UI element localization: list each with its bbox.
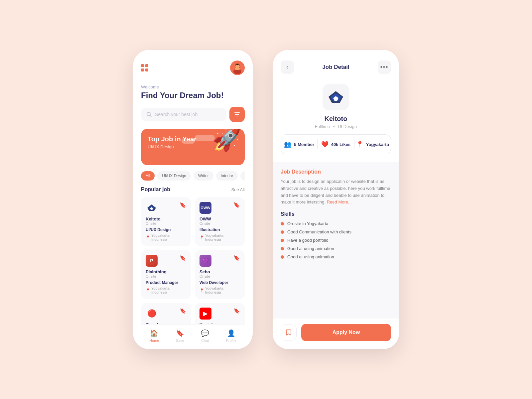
company-section: Keitoto Fulltime • UI Design 👥 5 Member …: [273, 80, 399, 162]
job-company-name: Sebo: [200, 269, 240, 274]
right-phone-header: ‹ Job Detail •••: [273, 50, 399, 80]
search-bar: Search your best job: [141, 107, 245, 122]
chat-icon: 💬: [201, 329, 209, 337]
job-card-keitoto[interactable]: 🔖 Keitoto Onsite UI/UX Design 📍Yogyakart…: [141, 197, 191, 246]
avatar[interactable]: [230, 61, 245, 75]
job-type: Onsite: [200, 274, 240, 278]
job-card-google[interactable]: 🔴 🔖 Google Onsite Software Engineer 📍Yog…: [141, 303, 191, 324]
left-phone-header: [141, 61, 245, 75]
job-title: UI/UX Design: [146, 227, 186, 232]
job-description-text: Your job is to design an applicatin or w…: [281, 178, 391, 206]
members-icon: 👥: [284, 141, 291, 148]
category-writer[interactable]: Writer: [194, 171, 213, 181]
skill-text: On-site in Yogyakarta: [287, 221, 329, 226]
company-meta: Fulltime • UI Design: [315, 124, 357, 129]
skill-item: Good Communication with clients: [281, 229, 391, 234]
job-card-plainthing[interactable]: P 🔖 Plainthing Onsite Product Manager 📍Y…: [141, 250, 191, 299]
skills-title: Skills: [281, 211, 391, 217]
menu-grid-icon[interactable]: [141, 64, 148, 71]
skill-text: Good at using animation: [287, 254, 334, 259]
page-title: Job Detail: [322, 64, 349, 70]
job-location: 📍Yogyakarta, Indonesia: [146, 286, 186, 294]
see-all-link[interactable]: See All: [231, 187, 245, 192]
nav-home[interactable]: 🏠 Home: [149, 329, 159, 342]
stats-row: 👥 5 Member ❤️ 40k Likes 📍 Yogyakarta: [281, 134, 391, 154]
job-grid: 🔖 Keitoto Onsite UI/UX Design 📍Yogyakart…: [141, 197, 245, 324]
youtube-logo: ▶: [200, 308, 211, 320]
bookmark-sebo[interactable]: 🔖: [233, 255, 240, 261]
google-logo: 🔴: [146, 308, 158, 320]
category-webdesign[interactable]: Web Design: [240, 171, 245, 181]
skill-dot: [281, 255, 284, 259]
phones-container: Welcome Find Your Dream Job! Search your…: [133, 50, 399, 349]
job-company-name: Plainthing: [146, 269, 186, 274]
right-phone-bottom: Apply Now: [273, 319, 399, 349]
phone-left: Welcome Find Your Dream Job! Search your…: [133, 50, 253, 349]
stat-likes-text: 40k Likes: [331, 142, 351, 147]
plainthing-logo: P: [146, 255, 158, 267]
svg-rect-3: [235, 67, 240, 70]
search-icon: [146, 112, 152, 117]
stat-members: 👥 5 Member: [281, 141, 317, 148]
job-location: 📍Yogyakarta, Indonesia: [200, 286, 240, 294]
skill-item: Good at using animation: [281, 246, 391, 251]
job-type: Onsite: [146, 274, 186, 278]
job-company-name: Youtube: [200, 322, 240, 324]
apply-button[interactable]: Apply Now: [301, 324, 391, 341]
job-description-title: Job Description: [281, 169, 391, 175]
bookmark-plainthing[interactable]: 🔖: [180, 255, 186, 261]
skill-item: On-site in Yogyakarta: [281, 221, 391, 226]
welcome-label: Welcome: [141, 84, 245, 89]
job-title: Product Manager: [146, 280, 186, 285]
banner-illustration: 🚀: [212, 129, 241, 153]
read-more-link[interactable]: Reed More...: [327, 200, 352, 204]
job-location: 📍Yogyakarta, Indonesia: [200, 233, 240, 241]
skill-dot: [281, 239, 284, 242]
job-card-oww[interactable]: OWW 🔖 OWW Onsite Illustration 📍Yogyakart…: [195, 197, 245, 246]
oww-logo: OWW: [200, 202, 211, 214]
location-icon: 📍: [356, 141, 363, 148]
popular-job-title: Popular job: [141, 187, 170, 193]
nav-chat[interactable]: 💬 Chat: [201, 329, 209, 342]
stat-likes: ❤️ 40k Likes: [318, 141, 354, 148]
skill-text: Good Communication with clients: [287, 229, 351, 234]
job-type: Onsite: [200, 221, 240, 225]
category-all[interactable]: All: [141, 171, 155, 181]
profile-icon: 👤: [227, 329, 235, 337]
bookmark-google[interactable]: 🔖: [180, 308, 186, 314]
headline: Find Your Dream Job!: [141, 91, 245, 100]
nav-chat-label: Chat: [201, 338, 209, 342]
job-company-name: Google: [146, 322, 186, 324]
likes-icon: ❤️: [321, 141, 329, 148]
category-interior[interactable]: Interlor: [216, 171, 238, 181]
job-title: Illustration: [200, 227, 240, 232]
skill-dot: [281, 247, 284, 250]
nav-profile[interactable]: 👤 Profile: [226, 329, 236, 342]
bookmark-youtube[interactable]: 🔖: [233, 308, 240, 314]
stat-location-text: Yogyakarta: [366, 142, 389, 147]
more-button[interactable]: •••: [378, 61, 391, 74]
skill-item: Have a good portfolio: [281, 238, 391, 243]
job-title: Web Developer: [200, 280, 240, 285]
back-button[interactable]: ‹: [281, 61, 294, 74]
search-placeholder: Search your best job: [155, 112, 198, 117]
skill-dot: [281, 230, 284, 234]
category-uiux[interactable]: UI/UX Design: [157, 171, 191, 181]
job-card-sebo[interactable]: 💜 🔖 Sebo Onsite Web Developer 📍Yogyakart…: [195, 250, 245, 299]
job-company-name: OWW: [200, 216, 240, 221]
save-icon: 🔖: [176, 329, 184, 337]
popular-job-header: Popular job See All: [141, 187, 245, 193]
bookmark-oww[interactable]: 🔖: [233, 202, 240, 208]
save-button[interactable]: [281, 325, 297, 340]
nav-save-label: Save: [176, 338, 184, 342]
nav-save[interactable]: 🔖 Save: [176, 329, 184, 342]
bookmark-keitoto[interactable]: 🔖: [180, 202, 186, 208]
stat-members-text: 5 Member: [294, 142, 314, 147]
job-card-youtube[interactable]: ▶ 🔖 Youtube Onsite Content Creator 📍Yogy…: [195, 303, 245, 324]
filter-button[interactable]: [229, 107, 245, 122]
company-name: Keitoto: [325, 115, 347, 123]
stat-location: 📍 Yogyakarta: [354, 141, 391, 148]
svg-line-5: [150, 115, 151, 117]
search-input-wrap[interactable]: Search your best job: [141, 108, 226, 121]
filter-icon: [234, 111, 240, 118]
